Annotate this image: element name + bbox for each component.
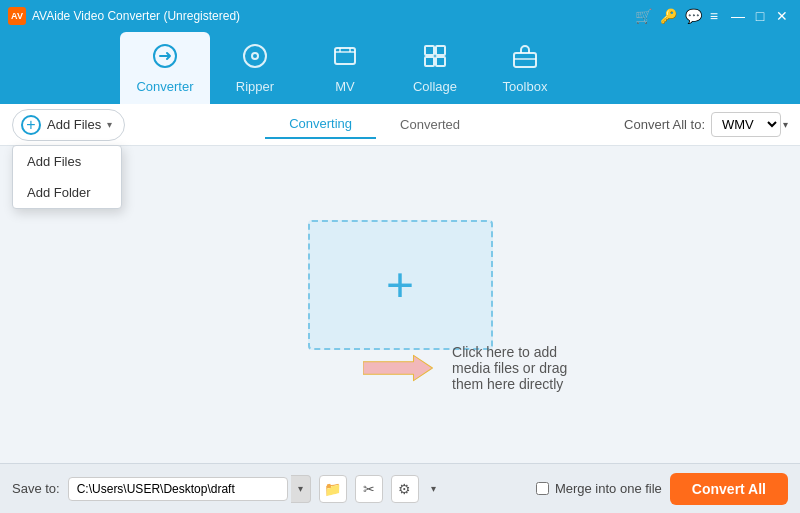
format-select[interactable]: WMV MP4 AVI MOV MKV FLV bbox=[711, 112, 781, 137]
toolbar: + Add Files ▾ Add Files Add Folder Conve… bbox=[0, 104, 800, 146]
tab-converting[interactable]: Converting bbox=[265, 110, 376, 139]
svg-point-2 bbox=[252, 53, 258, 59]
app-icon: AV bbox=[8, 7, 26, 25]
folder-open-button[interactable]: 📁 bbox=[319, 475, 347, 503]
maximize-button[interactable]: □ bbox=[750, 6, 770, 26]
collage-icon bbox=[422, 43, 448, 75]
convert-all-to-label: Convert All to: bbox=[624, 117, 705, 132]
title-bar-left: AV AVAide Video Converter (Unregistered) bbox=[8, 7, 240, 25]
dropdown-add-folder[interactable]: Add Folder bbox=[13, 177, 121, 208]
convert-all-button[interactable]: Convert All bbox=[670, 473, 788, 505]
tab-converted[interactable]: Converted bbox=[376, 111, 484, 138]
svg-marker-9 bbox=[363, 355, 432, 380]
save-to-label: Save to: bbox=[12, 481, 60, 496]
merge-checkbox-area: Merge into one file bbox=[536, 481, 662, 496]
svg-point-1 bbox=[244, 45, 266, 67]
nav-item-toolbox[interactable]: Toolbox bbox=[480, 32, 570, 104]
key-icon[interactable]: 🔑 bbox=[660, 8, 677, 24]
format-dropdown-arrow[interactable]: ▾ bbox=[783, 119, 788, 130]
drop-hint-text: Click here to add media files or drag th… bbox=[452, 344, 595, 392]
add-files-button[interactable]: + Add Files ▾ bbox=[12, 109, 125, 141]
svg-rect-4 bbox=[425, 46, 434, 55]
title-bar: AV AVAide Video Converter (Unregistered)… bbox=[0, 0, 800, 32]
settings-button[interactable]: ⚙ bbox=[391, 475, 419, 503]
nav-label-mv: MV bbox=[335, 79, 355, 94]
tab-area: Converting Converted bbox=[125, 110, 624, 139]
mv-icon bbox=[332, 43, 358, 75]
title-bar-right: — □ ✕ bbox=[728, 6, 792, 26]
convert-all-to: Convert All to: WMV MP4 AVI MOV MKV FLV … bbox=[624, 112, 788, 137]
dropdown-add-files[interactable]: Add Files bbox=[13, 146, 121, 177]
nav-item-collage[interactable]: Collage bbox=[390, 32, 480, 104]
drop-zone-plus-icon: + bbox=[386, 261, 414, 309]
cut-button[interactable]: ✂ bbox=[355, 475, 383, 503]
nav-item-mv[interactable]: MV bbox=[300, 32, 390, 104]
svg-rect-3 bbox=[335, 48, 355, 64]
nav-label-converter: Converter bbox=[136, 79, 193, 94]
arrow-graphic bbox=[363, 333, 435, 403]
ripper-icon bbox=[242, 43, 268, 75]
nav-bar: Converter Ripper MV bbox=[0, 32, 800, 104]
chat-icon[interactable]: 💬 bbox=[685, 8, 702, 24]
nav-item-ripper[interactable]: Ripper bbox=[210, 32, 300, 104]
bottom-bar: Save to: ▾ 📁 ✂ ⚙ ▾ Merge into one file C… bbox=[0, 463, 800, 513]
drop-zone[interactable]: + bbox=[308, 220, 493, 350]
settings-dropdown-button[interactable]: ▾ bbox=[427, 475, 441, 503]
nav-label-toolbox: Toolbox bbox=[503, 79, 548, 94]
add-files-dropdown: Add Files Add Folder bbox=[12, 145, 122, 209]
arrow-annotation: Click here to add media files or drag th… bbox=[363, 333, 595, 403]
content-area: + Click here to add media files or drag … bbox=[308, 146, 493, 463]
svg-rect-8 bbox=[514, 53, 536, 67]
dropdown-arrow-icon: ▾ bbox=[107, 119, 112, 130]
cart-icon[interactable]: 🛒 bbox=[635, 8, 652, 24]
minimize-button[interactable]: — bbox=[728, 6, 748, 26]
close-button[interactable]: ✕ bbox=[772, 6, 792, 26]
nav-item-converter[interactable]: Converter bbox=[120, 32, 210, 104]
add-circle-icon: + bbox=[21, 115, 41, 135]
merge-checkbox[interactable] bbox=[536, 482, 549, 495]
save-path-input[interactable] bbox=[68, 477, 288, 501]
title-bar-icons: 🛒 🔑 💬 ≡ bbox=[635, 8, 718, 24]
svg-rect-6 bbox=[425, 57, 434, 66]
nav-label-collage: Collage bbox=[413, 79, 457, 94]
merge-label: Merge into one file bbox=[555, 481, 662, 496]
svg-rect-7 bbox=[436, 57, 445, 66]
svg-rect-5 bbox=[436, 46, 445, 55]
converter-icon bbox=[152, 43, 178, 75]
title-text: AVAide Video Converter (Unregistered) bbox=[32, 9, 240, 23]
menu-icon[interactable]: ≡ bbox=[710, 8, 718, 24]
toolbox-icon bbox=[512, 43, 538, 75]
save-path-dropdown-arrow[interactable]: ▾ bbox=[291, 475, 311, 503]
add-files-label: Add Files bbox=[47, 117, 101, 132]
nav-label-ripper: Ripper bbox=[236, 79, 274, 94]
